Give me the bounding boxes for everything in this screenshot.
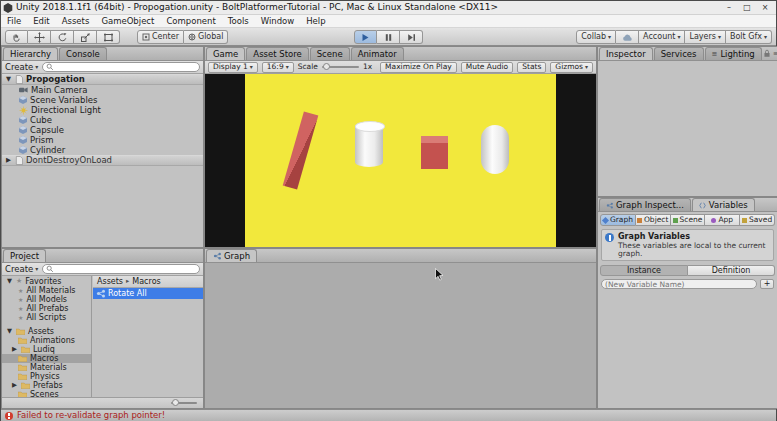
collab-label: Collab	[581, 33, 606, 41]
project-zoom-slider[interactable]	[171, 402, 197, 404]
tab-graph[interactable]: Graph	[206, 249, 257, 262]
hierarchy-create-button[interactable]: Create ▾	[5, 63, 38, 72]
favorite-all-models[interactable]: ★ All Models	[2, 295, 91, 304]
new-variable-input[interactable]	[605, 280, 753, 289]
favorite-all-materials[interactable]: ★ All Materials	[2, 286, 91, 295]
scope-saved[interactable]: Saved	[740, 214, 775, 226]
favorite-all-scripts[interactable]: ★ All Scripts	[2, 313, 91, 322]
foldout-open-icon[interactable]: ▼	[6, 328, 13, 335]
graph-canvas[interactable]	[205, 263, 596, 408]
tab-console[interactable]: Console	[59, 47, 107, 60]
panel-menu-icon[interactable]: ≡	[773, 50, 777, 58]
layout-dropdown[interactable]: Bolt Gfx ▾	[726, 30, 772, 44]
rect-tool-button[interactable]	[97, 30, 120, 44]
scope-app[interactable]: App	[705, 214, 740, 226]
maximize-button[interactable]: □	[738, 2, 756, 14]
step-button[interactable]	[400, 30, 423, 44]
instance-button[interactable]: Instance	[600, 265, 688, 276]
tab-game[interactable]: Game	[206, 47, 245, 60]
slider-thumb[interactable]	[172, 399, 179, 406]
tab-animator[interactable]: Animator	[351, 47, 404, 60]
hierarchy-item-prism[interactable]: Prism	[2, 135, 203, 145]
mute-audio-toggle[interactable]: Mute Audio	[461, 62, 513, 73]
folder-ludiq[interactable]: ▶ Ludiq	[2, 345, 91, 354]
menu-assets[interactable]: Assets	[56, 15, 96, 28]
hierarchy-item-capsule[interactable]: Capsule	[2, 125, 203, 135]
folder-macros[interactable]: Macros	[2, 354, 91, 363]
scope-scene[interactable]: Scene	[671, 214, 706, 226]
menu-help[interactable]: Help	[300, 15, 331, 28]
breadcrumb-assets[interactable]: Assets	[97, 278, 123, 286]
menu-edit[interactable]: Edit	[27, 15, 55, 28]
scale-tool-button[interactable]	[74, 30, 97, 44]
foldout-closed-icon[interactable]: ▶	[11, 346, 18, 353]
foldout-open-icon[interactable]: ▼	[6, 278, 13, 285]
tab-services[interactable]: Services	[654, 47, 704, 60]
hand-tool-button[interactable]	[5, 30, 28, 44]
pivot-toggle-button[interactable]: Center	[137, 30, 184, 44]
tab-variables[interactable]: Variables	[692, 198, 755, 211]
minimize-button[interactable]: –	[720, 2, 738, 14]
gizmos-dropdown[interactable]: Gizmos ▾	[550, 62, 593, 73]
scope-object[interactable]: Object	[636, 214, 671, 226]
add-variable-button[interactable]: +	[760, 279, 774, 289]
scene-header[interactable]: ▼ Propogation	[2, 74, 203, 85]
slider-thumb[interactable]	[323, 63, 330, 70]
tab-hierarchy[interactable]: Hierarchy	[3, 47, 58, 60]
rotate-tool-button[interactable]	[51, 30, 74, 44]
project-search-input[interactable]	[56, 265, 196, 274]
favorites-header[interactable]: ▼ ★ Favorites	[2, 277, 91, 286]
folder-scenes[interactable]: Scenes	[2, 390, 91, 397]
tab-scene[interactable]: Scene	[310, 47, 350, 60]
transform-tools	[5, 30, 120, 44]
close-button[interactable]: ×	[756, 2, 774, 14]
assets-root[interactable]: ▼ Assets	[2, 327, 91, 336]
account-dropdown[interactable]: Account ▾	[639, 30, 685, 44]
project-create-button[interactable]: Create ▾	[5, 265, 38, 274]
breadcrumb-macros[interactable]: Macros	[132, 278, 160, 286]
folder-materials[interactable]: Materials	[2, 363, 91, 372]
maximize-on-play-toggle[interactable]: Maximize On Play	[380, 62, 457, 73]
hierarchy-item-scene-variables[interactable]: Scene Variables	[2, 95, 203, 105]
lock-icon[interactable]	[763, 49, 771, 58]
stats-toggle[interactable]: Stats	[517, 62, 546, 73]
foldout-closed-icon[interactable]: ▶	[11, 382, 18, 389]
tab-inspector[interactable]: Inspector	[599, 47, 653, 60]
menu-file[interactable]: File	[1, 15, 27, 28]
menu-gameobject[interactable]: GameObject	[95, 15, 160, 28]
cloud-button[interactable]	[616, 30, 639, 44]
hierarchy-item-main-camera[interactable]: Main Camera	[2, 85, 203, 95]
game-viewport[interactable]	[205, 74, 596, 247]
tab-graph-inspector[interactable]: Graph Inspect...	[599, 198, 691, 211]
status-bar[interactable]: Failed to re-validate graph pointer!	[1, 409, 776, 421]
layers-dropdown[interactable]: Layers ▾	[685, 30, 726, 44]
tab-asset-store[interactable]: Asset Store	[246, 47, 308, 60]
hierarchy-item-cube[interactable]: Cube	[2, 115, 203, 125]
scope-graph[interactable]: Graph	[600, 214, 636, 226]
hierarchy-search-input[interactable]	[56, 63, 196, 72]
menu-tools[interactable]: Tools	[222, 15, 255, 28]
tab-project[interactable]: Project	[3, 249, 46, 262]
dontdestroyonload-header[interactable]: ▶ DontDestroyOnLoad	[2, 155, 203, 166]
foldout-open-icon[interactable]: ▼	[5, 76, 12, 83]
display-dropdown[interactable]: Display 1 ▾	[208, 62, 258, 73]
space-toggle-button[interactable]: Global	[184, 30, 229, 44]
hierarchy-item-cylinder[interactable]: Cylinder	[2, 145, 203, 155]
move-tool-button[interactable]	[28, 30, 51, 44]
favorite-all-prefabs[interactable]: ★ All Prefabs	[2, 304, 91, 313]
aspect-dropdown[interactable]: 16:9 ▾	[262, 62, 294, 73]
play-button[interactable]	[354, 30, 377, 44]
collab-dropdown[interactable]: Collab ▾	[576, 30, 616, 44]
menu-window[interactable]: Window	[255, 15, 301, 28]
pause-button[interactable]	[377, 30, 400, 44]
asset-item-rotate-all[interactable]: Rotate All	[93, 288, 203, 299]
hierarchy-item-directional-light[interactable]: Directional Light	[2, 105, 203, 115]
scale-slider[interactable]	[322, 66, 359, 68]
foldout-closed-icon[interactable]: ▶	[5, 157, 12, 164]
folder-physics[interactable]: Physics	[2, 372, 91, 381]
menu-component[interactable]: Component	[160, 15, 221, 28]
definition-button[interactable]: Definition	[688, 265, 775, 276]
folder-animations[interactable]: Animations	[2, 336, 91, 345]
tab-lighting[interactable]: ≡ Lighting	[705, 47, 762, 60]
folder-prefabs[interactable]: ▶ Prefabs	[2, 381, 91, 390]
